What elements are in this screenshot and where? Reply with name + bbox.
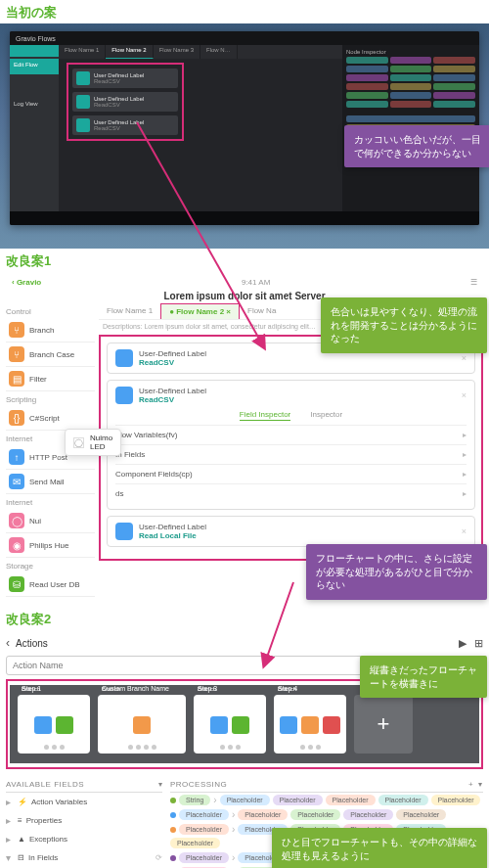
callout: 色合いは見やすくなり、処理の流れを開発することは分かるようになった [321,297,487,353]
tab[interactable]: Flow N… [200,45,238,59]
chip[interactable]: Placeholder [326,795,376,805]
status-time: 9:41 AM [41,278,470,287]
close-icon[interactable]: × [462,390,467,400]
panel-header: AVAILABLE FIELDS▾ [6,777,162,793]
add-step-button[interactable]: + [354,695,413,754]
tab-active[interactable]: ● Flow Name 2 × [160,303,240,319]
flow-node[interactable]: User Defined LabelReadCSV [72,115,178,135]
tab[interactable]: Flow Name 1 [59,45,106,59]
step-card[interactable]: Custom Branch NameBranch [98,695,186,754]
window-titlebar: Gravio Flows [10,31,479,45]
chip[interactable]: Placeholder [378,795,428,805]
chip[interactable]: Placeholder [343,809,393,820]
callout: フローチャートの中に、さらに設定が必要な処理があるがひと目で分からない [306,544,487,600]
chip[interactable]: Placeholder [431,795,481,805]
callout: カッコいい色合いだが、一目で何ができるか分からない [344,125,489,167]
palette-item[interactable]: ◉Philips Hue [6,533,95,558]
inspector-tab[interactable]: Inspector [310,410,342,421]
panel-header: PROCESSING+ ▾ [170,777,483,793]
palette-item[interactable]: ⑂Branch [6,318,95,343]
field-group[interactable]: ▸≡Properties [6,811,162,830]
flow-node[interactable]: User Defined LabelReadCSV [72,92,178,112]
settings-icon[interactable]: ⟳ [156,853,162,862]
taskbar [10,211,479,225]
chip[interactable]: Placeholder [396,809,446,820]
sidebar: Edit Flow Log View [10,45,59,211]
chip[interactable]: Placeholder [179,809,229,820]
section-title-rev1: 改良案1 [0,249,489,272]
drag-popup[interactable]: ◯Nuimo LED [65,429,121,456]
chip[interactable]: Placeholder [290,809,340,820]
section-title-original: 当初の案 [0,0,489,23]
breadcrumb: Actions [16,638,48,649]
collapse-icon[interactable]: ▾ [158,780,163,789]
inspector-tab[interactable]: Field Inspector [240,410,290,421]
tab[interactable]: Flow Na [240,303,284,319]
section-title-rev2: 改良案2 [0,607,489,630]
callout: ひと目でフローチャートも、その中の詳細な処理も見えるように [272,828,487,868]
chip[interactable]: Placeholder [179,824,229,835]
chip[interactable]: String [179,795,210,805]
chip[interactable]: Placeholder [170,838,220,848]
palette-item[interactable]: {}C#Script [6,406,95,431]
flow-card-expanded[interactable]: User-Defined LabelReadCSV× Field Inspect… [107,380,475,510]
callout: 縦書きだったフローチャートを横書きに [360,656,487,698]
step-card[interactable]: Step 1Branch [18,695,90,754]
flow-nodes-highlight: User Defined LabelReadCSV User Defined L… [67,63,184,141]
field-row[interactable]: Flow Variables(fv)▸ [115,425,467,444]
close-icon[interactable]: × [462,526,467,536]
tab[interactable]: Flow Name 2 [106,45,153,59]
field-row[interactable]: Component Fields(cp)▸ [115,464,467,483]
available-fields-panel: AVAILABLE FIELDS▾ ▸⚡Action Variables ▸≡P… [6,777,162,868]
chip[interactable]: Placeholder [220,795,270,805]
palette-item[interactable]: ⛁Read User DB [6,572,95,597]
field-group[interactable]: ▾⊟In Fields⟳ [6,848,162,867]
close-icon[interactable]: × [462,353,467,363]
step-card[interactable]: Step 4Branch [274,695,346,754]
add-icon[interactable]: + ▾ [468,780,483,789]
step-card[interactable]: Step 3Branch [194,695,266,754]
chip[interactable]: Placeholder [238,809,288,820]
component-palette: Control ⑂Branch ⑂Branch Case ▤Filter Scr… [6,303,99,597]
field-group[interactable]: ▸⚡Action Variables [6,793,162,811]
menu-icon[interactable]: ☰ [470,278,477,287]
back-icon[interactable]: ‹ [6,636,10,650]
chip[interactable]: Placeholder [273,795,323,805]
field-row[interactable]: In Fields▸ [115,444,467,464]
flow-tabs: Flow Name 1 Flow Name 2 Flow Name 3 Flow… [59,45,342,59]
back-link[interactable]: ‹ Gravio [12,278,41,287]
tab[interactable]: Flow Name 1 [99,303,160,319]
palette-item[interactable]: ▤Filter [6,367,95,391]
flow-canvas-highlight: User-Defined LabelReadCSV× User-Defined … [99,335,483,561]
play-icon[interactable]: ▶ [459,637,467,650]
grid-icon[interactable]: ⊞ [474,637,483,650]
palette-item[interactable]: ◯Nui [6,509,95,533]
flow-node[interactable]: User Defined LabelReadCSV [72,69,178,88]
chip[interactable]: Placeholder [179,852,229,863]
palette-item[interactable]: ⑂Branch Case [6,343,95,367]
inspector-tabs: Field Inspector Inspector [115,410,467,421]
sidebar-item[interactable] [10,78,59,94]
tab[interactable]: Flow Name 3 [154,45,200,59]
flow-card[interactable]: User-Defined LabelRead Local File× [107,516,475,547]
palette-item[interactable]: ✉Send Mail [6,470,95,494]
sidebar-item[interactable]: Edit Flow [10,59,59,74]
field-row[interactable]: ds▸ [115,483,467,503]
field-group[interactable]: ▸▲Exceptions [6,830,162,848]
sidebar-item[interactable]: Log View [10,98,59,114]
